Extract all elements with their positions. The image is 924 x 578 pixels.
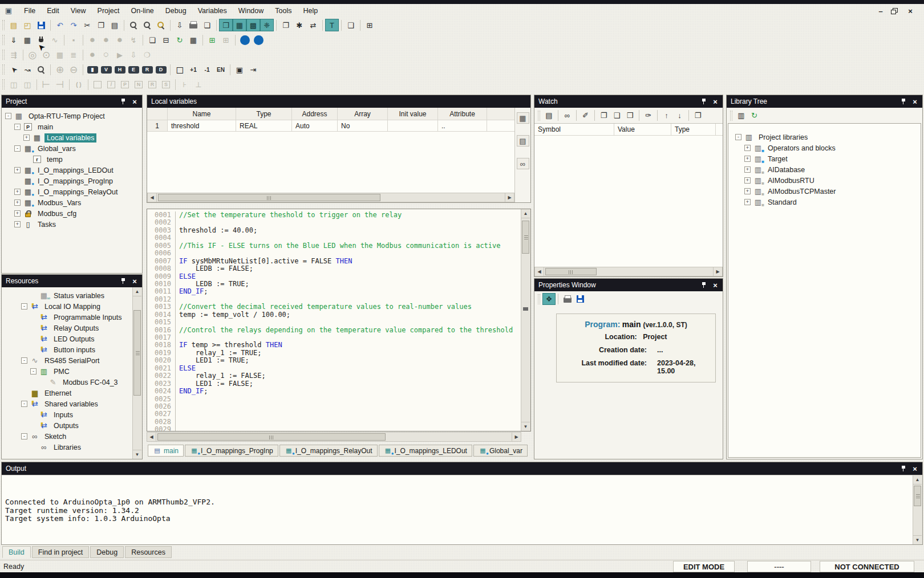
view-swap-window-button[interactable]: ⇄ — [306, 19, 320, 31]
expander-icon[interactable]: + — [14, 210, 21, 217]
resources-item-led-outputs[interactable]: ▮⇄LED Outputs — [30, 333, 131, 344]
project-item-local-variables[interactable]: +▦Local variables — [23, 132, 141, 143]
bottom-tab-find-in-project[interactable]: Find in project — [32, 546, 90, 558]
expander-icon[interactable]: - — [5, 113, 11, 119]
column-header-name[interactable]: Name — [168, 108, 236, 120]
editor-horizontal-scrollbar[interactable]: ◀ ▶ — [147, 432, 521, 442]
menu-variables[interactable]: Variables — [192, 5, 233, 17]
watch-window-add-button[interactable]: ❒ — [623, 109, 637, 121]
cell-type[interactable]: REAL — [236, 120, 292, 132]
resources-item-libraries[interactable]: ∞Libraries — [30, 442, 131, 453]
expander-icon[interactable]: + — [14, 200, 21, 206]
watch-move-up-button[interactable]: ↑ — [660, 109, 673, 121]
expander-icon[interactable]: + — [23, 135, 30, 141]
close-icon[interactable]: × — [911, 97, 918, 106]
menu-view[interactable]: View — [65, 5, 92, 17]
expander-icon[interactable]: - — [21, 357, 27, 364]
scroll-left-icon[interactable]: ◀ — [147, 433, 156, 441]
props-mode-button[interactable]: ❖ — [542, 293, 556, 305]
watch-paint-button[interactable]: ✑ — [642, 109, 655, 121]
resources-item-rs485-serialport[interactable]: -∿RS485 SerialPort — [21, 355, 131, 366]
expander-icon[interactable]: + — [744, 177, 751, 184]
insert-record-button[interactable]: ⊞ — [205, 34, 219, 46]
editor-vertical-scrollbar[interactable]: ▲ ▼ — [521, 209, 530, 431]
insert-parens-button[interactable]: ( ) — [72, 78, 86, 91]
cell-init-value[interactable] — [388, 120, 438, 132]
auto-arrange-button[interactable]: ⇥ — [246, 63, 260, 76]
debug-run-button[interactable]: ▶ — [113, 48, 127, 61]
scroll-down-icon[interactable]: ▼ — [133, 450, 141, 459]
scroll-up-icon[interactable]: ▲ — [133, 287, 141, 296]
menu-on-line[interactable]: On-line — [125, 5, 159, 17]
watch-column-symbol[interactable]: Symbol — [534, 124, 614, 136]
warm-restart-button[interactable]: ● — [99, 34, 113, 46]
find-in-project-button[interactable] — [154, 19, 168, 31]
project-item-i-o-mappings-proginp[interactable]: ▦●I_O_mappings_ProgInp — [14, 176, 141, 186]
pin-icon[interactable] — [901, 465, 907, 473]
bottom-tab-resources[interactable]: Resources — [125, 546, 172, 558]
restore-button[interactable] — [891, 7, 900, 15]
watch-window-button[interactable]: ❐ — [597, 109, 610, 121]
scroll-up-icon[interactable]: ▲ — [521, 209, 530, 218]
insert-branch-button[interactable]: ⊦ — [178, 78, 192, 91]
debug-stop-button[interactable]: ● — [86, 48, 99, 61]
table-row[interactable]: 1thresholdREALAutoNo.. — [147, 120, 514, 132]
view-doc-window-button[interactable]: ❑ — [344, 19, 358, 31]
scroll-thumb[interactable] — [133, 310, 141, 396]
library-item-project-libraries[interactable]: -▥Project libraries — [735, 132, 919, 143]
library-item-aimodbustcpmaster[interactable]: +▥■AIModbusTCPMaster — [744, 186, 919, 197]
download-code-button[interactable]: ⇓ — [7, 34, 21, 46]
zoom-out-button[interactable]: ⊖ — [67, 63, 80, 76]
navigate-back-button[interactable] — [238, 34, 252, 46]
increment-pins-button[interactable]: +1 — [187, 63, 200, 76]
expander-icon[interactable]: + — [744, 188, 751, 194]
close-icon[interactable]: × — [131, 97, 138, 106]
find-next-button[interactable] — [140, 19, 154, 31]
pin-icon[interactable] — [701, 282, 707, 289]
paste-button[interactable]: ▤ — [108, 19, 121, 31]
pin-icon[interactable] — [120, 98, 127, 105]
editor-tab-global-var[interactable]: ▦●Global_var — [473, 445, 528, 457]
menu-window[interactable]: Window — [233, 5, 269, 17]
debug-continue-button[interactable]: ○ — [99, 48, 113, 61]
add-object-button[interactable]: ⇩ — [173, 19, 187, 31]
expander-icon[interactable]: + — [744, 166, 751, 173]
watch-column-value[interactable]: Value — [614, 124, 671, 136]
step-over-button[interactable]: ⇩ — [127, 48, 140, 61]
resources-item-relay-outputs[interactable]: ▮⇄Relay Outputs — [30, 323, 131, 333]
expander-icon[interactable]: - — [21, 433, 27, 439]
coil-negated-button[interactable]: / — [104, 78, 118, 91]
cell-address[interactable]: Auto — [292, 120, 338, 132]
zoom-in-button[interactable]: ⊕ — [53, 63, 67, 76]
resources-item-programmable-inputs[interactable]: ▮⇄Programmable Inputs — [30, 312, 131, 323]
resources-vertical-scrollbar[interactable]: ▲ ▼ — [132, 287, 142, 459]
view-text-window-button[interactable]: T — [325, 19, 339, 31]
insert-comment-button[interactable]: ◻ — [173, 63, 187, 76]
cold-restart-button[interactable]: ● — [86, 34, 99, 46]
editor-tab-i-o-mappings-relayout[interactable]: ▦●I_O_mappings_RelayOut — [279, 445, 378, 457]
remove-record-button[interactable]: ⊞ — [219, 34, 233, 46]
print-button[interactable] — [187, 19, 200, 31]
project-item-modbus-vars[interactable]: +▦●Modbus_Vars — [14, 197, 141, 208]
column-header-attribute[interactable]: Attribute — [438, 108, 487, 120]
expander-icon[interactable]: + — [14, 221, 21, 227]
remove-all-breakpoints-button[interactable]: ▦ — [53, 48, 67, 61]
close-button[interactable]: × — [906, 7, 915, 15]
zoom-tool-button[interactable] — [34, 63, 48, 76]
project-item-global-vars[interactable]: -▦●Global_vars — [14, 143, 141, 154]
resources-item-sketch[interactable]: -∞Sketch — [21, 431, 131, 442]
view-project-window-button[interactable]: ❒ — [219, 19, 233, 31]
scroll-down-icon[interactable]: ▼ — [521, 422, 530, 431]
breakpoint-list-button[interactable]: ≣ — [67, 48, 80, 61]
lv-find-button[interactable]: ∞ — [517, 158, 529, 169]
watch-glasses-button[interactable]: ∞ — [561, 109, 574, 121]
editor-tab-main[interactable]: ▤main — [148, 445, 184, 457]
watch-brush-button[interactable]: ✐ — [579, 109, 592, 121]
column-header-row-number[interactable] — [147, 108, 168, 120]
expander-icon[interactable]: - — [14, 124, 21, 130]
scroll-thumb[interactable] — [522, 221, 529, 254]
project-item-i-o-mappings-relayout[interactable]: +▦●I_O_mappings_RelayOut — [14, 186, 141, 197]
menu-debug[interactable]: Debug — [160, 5, 192, 17]
lv-grid-view-button[interactable]: ▦ — [517, 112, 529, 124]
bottom-tab-debug[interactable]: Debug — [90, 546, 124, 558]
